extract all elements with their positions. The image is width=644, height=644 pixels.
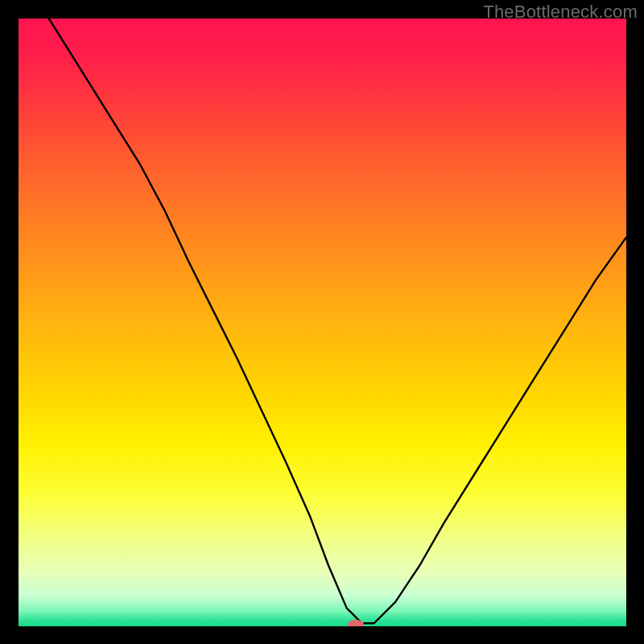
plot-svg: [19, 19, 626, 626]
gradient-background: [19, 19, 626, 626]
plot-area: [19, 19, 626, 626]
chart-canvas: TheBottleneck.com: [0, 0, 644, 644]
